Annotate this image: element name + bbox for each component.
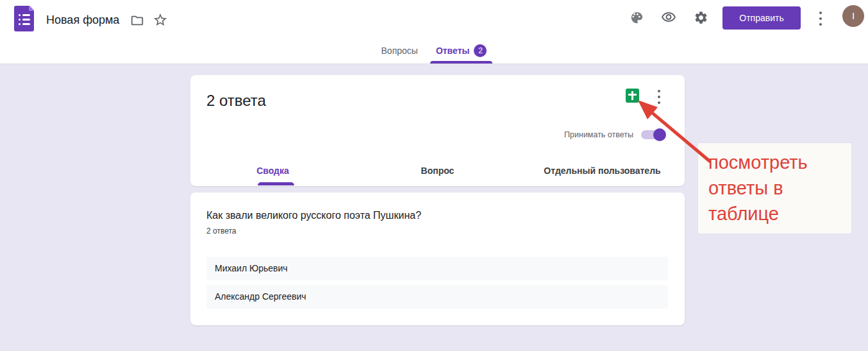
sheets-icon[interactable] (626, 89, 639, 103)
annotation-note: посмотреть ответы в таблице (698, 143, 851, 234)
answer-row: Михаил Юрьевич (206, 257, 668, 280)
annotation-line: таблице (708, 201, 851, 227)
google-forms-logo-icon[interactable] (14, 6, 34, 31)
tab-question[interactable]: Вопрос (355, 155, 520, 186)
star-icon[interactable] (153, 12, 168, 30)
responses-view-tabs: Сводка Вопрос Отдельный пользователь (190, 155, 685, 186)
logo-fold (29, 6, 34, 11)
responses-kebab-menu-icon[interactable] (658, 88, 660, 105)
theme-palette-icon[interactable] (630, 10, 644, 28)
avatar[interactable]: I (842, 5, 864, 27)
question-answers-count: 2 ответа (206, 227, 236, 235)
accepting-responses-label: Принимать ответы (564, 130, 633, 139)
annotation-line: ответы в (708, 175, 851, 201)
more-options-icon[interactable] (819, 10, 822, 27)
tab-individual[interactable]: Отдельный пользователь (520, 155, 685, 186)
settings-gear-icon[interactable] (694, 10, 708, 28)
form-title[interactable]: Новая форма (46, 13, 119, 27)
tab-summary[interactable]: Сводка (190, 155, 355, 186)
tab-individual-label: Отдельный пользователь (544, 166, 660, 176)
accepting-responses-toggle[interactable] (641, 130, 665, 139)
send-button[interactable]: Отправить (722, 6, 801, 30)
preview-eye-icon[interactable] (661, 10, 676, 28)
logo-list-glyph (19, 14, 30, 28)
tab-question-label: Вопрос (421, 166, 455, 176)
tab-questions[interactable]: Вопросы (376, 38, 424, 64)
app-header: Новая форма Отправить I Вопросы Ответы 2 (0, 0, 868, 64)
tab-summary-label: Сводка (256, 166, 289, 176)
accepting-responses-control: Принимать ответы (564, 130, 665, 139)
question-summary-card: Как звали великого русского поэта Пушкин… (190, 193, 685, 325)
active-tab-underline (430, 61, 493, 64)
active-subtab-underline (258, 182, 294, 185)
answers-count-badge: 2 (474, 44, 487, 57)
tab-questions-label: Вопросы (381, 46, 418, 56)
responses-summary-card: 2 ответа Принимать ответы Сводка Вопрос … (190, 75, 685, 186)
toggle-knob (653, 128, 666, 141)
form-main-tabs: Вопросы Ответы 2 (0, 38, 868, 64)
answer-row: Александр Сергеевич (206, 285, 668, 309)
annotation-line: посмотреть (708, 150, 851, 175)
responses-count-title: 2 ответа (206, 92, 266, 110)
tab-answers-label: Ответы (436, 46, 470, 56)
move-to-folder-icon[interactable] (130, 13, 144, 30)
question-text: Как звали великого русского поэта Пушкин… (206, 210, 421, 221)
tab-answers[interactable]: Ответы 2 (430, 38, 493, 64)
